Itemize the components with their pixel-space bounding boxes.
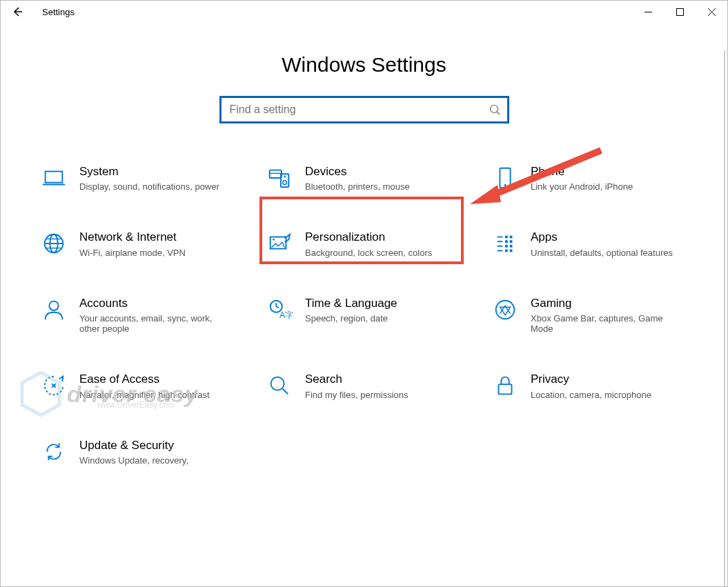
- category-subtitle: Wi-Fi, airplane mode, VPN: [79, 248, 186, 258]
- category-subtitle: Xbox Game Bar, captures, Game Mode: [531, 313, 682, 334]
- category-subtitle: Uninstall, defaults, optional features: [531, 248, 673, 258]
- category-personalization[interactable]: PersonalizationBackground, lock screen, …: [262, 230, 466, 257]
- category-title: Phone: [531, 165, 633, 179]
- category-subtitle: Find my files, permissions: [305, 390, 409, 400]
- privacy-icon: [488, 372, 522, 399]
- category-privacy[interactable]: PrivacyLocation, camera, microphone: [488, 372, 691, 399]
- back-button[interactable]: [1, 1, 34, 23]
- category-title: Ease of Access: [79, 372, 210, 386]
- laptop-icon: [37, 165, 71, 192]
- category-subtitle: Windows Update, recovery,: [79, 455, 188, 466]
- category-subtitle: Display, sound, notifications, power: [79, 181, 219, 192]
- category-title: Personalization: [305, 230, 432, 244]
- category-title: Privacy: [531, 372, 651, 386]
- category-apps[interactable]: AppsUninstall, defaults, optional featur…: [488, 230, 691, 257]
- personalization-icon: [262, 230, 297, 257]
- category-subtitle: Location, camera, microphone: [531, 390, 651, 400]
- search-box[interactable]: [219, 96, 509, 123]
- category-title: System: [79, 165, 219, 179]
- ease-icon: [37, 372, 71, 399]
- category-title: Apps: [531, 230, 673, 244]
- category-title: Update & Security: [79, 439, 188, 452]
- category-gaming[interactable]: GamingXbox Game Bar, captures, Game Mode: [488, 297, 691, 334]
- category-title: Time & Language: [305, 297, 397, 310]
- category-subtitle: Bluetooth, printers, mouse: [305, 181, 410, 192]
- search-icon: [489, 104, 500, 115]
- category-accounts[interactable]: AccountsYour accounts, email, sync, work…: [37, 297, 240, 334]
- titlebar: Settings: [1, 1, 727, 23]
- category-title: Accounts: [79, 297, 231, 310]
- category-title: Gaming: [531, 297, 682, 310]
- window-title: Settings: [34, 7, 75, 17]
- maximize-icon: [676, 8, 684, 16]
- scrollbar[interactable]: [724, 50, 725, 586]
- category-grid: SystemDisplay, sound, notifications, pow…: [37, 165, 691, 466]
- category-title: Network & Internet: [79, 230, 186, 244]
- category-subtitle: Background, lock screen, colors: [305, 248, 432, 258]
- category-time-language[interactable]: Time & LanguageSpeech, region, date: [262, 297, 466, 334]
- time-lang-icon: [262, 297, 297, 334]
- category-ease-of-access[interactable]: Ease of AccessNarrator, magnifier, high …: [37, 372, 240, 399]
- category-subtitle: Narrator, magnifier, high contrast: [79, 390, 210, 400]
- minimize-button[interactable]: [632, 1, 664, 23]
- category-phone[interactable]: PhoneLink your Android, iPhone: [488, 165, 691, 192]
- apps-icon: [488, 230, 522, 257]
- sync-icon: [37, 439, 71, 466]
- window-controls: [632, 1, 727, 23]
- category-subtitle: Your accounts, email, sync, work, other …: [79, 313, 231, 334]
- person-icon: [37, 297, 71, 334]
- back-arrow-icon: [11, 6, 23, 18]
- svg-point-43: [490, 106, 498, 113]
- phone-icon: [488, 165, 522, 192]
- globe-icon: [37, 230, 71, 257]
- close-icon: [708, 8, 716, 16]
- category-subtitle: Link your Android, iPhone: [531, 181, 633, 192]
- settings-window: Settings Windows Settings SystemDisplay,…: [0, 0, 728, 587]
- category-subtitle: Speech, region, date: [305, 313, 397, 324]
- category-system[interactable]: SystemDisplay, sound, notifications, pow…: [37, 165, 240, 192]
- category-network-internet[interactable]: Network & InternetWi-Fi, airplane mode, …: [37, 230, 240, 257]
- minimize-icon: [645, 8, 652, 16]
- page-title: Windows Settings: [14, 53, 714, 77]
- devices-icon: [262, 165, 297, 192]
- maximize-button[interactable]: [664, 1, 696, 23]
- category-title: Devices: [305, 165, 410, 179]
- category-devices[interactable]: DevicesBluetooth, printers, mouse: [262, 165, 466, 192]
- gaming-icon: [488, 297, 522, 334]
- category-update-security[interactable]: Update & SecurityWindows Update, recover…: [37, 439, 240, 466]
- close-button[interactable]: [696, 1, 727, 23]
- category-search[interactable]: SearchFind my files, permissions: [262, 372, 466, 399]
- search-input[interactable]: [228, 103, 489, 117]
- page-content: Windows Settings SystemDisplay, sound, n…: [1, 23, 727, 586]
- category-title: Search: [305, 372, 409, 386]
- svg-line-44: [497, 112, 500, 115]
- search-glass-icon: [262, 372, 297, 399]
- svg-rect-40: [676, 8, 683, 15]
